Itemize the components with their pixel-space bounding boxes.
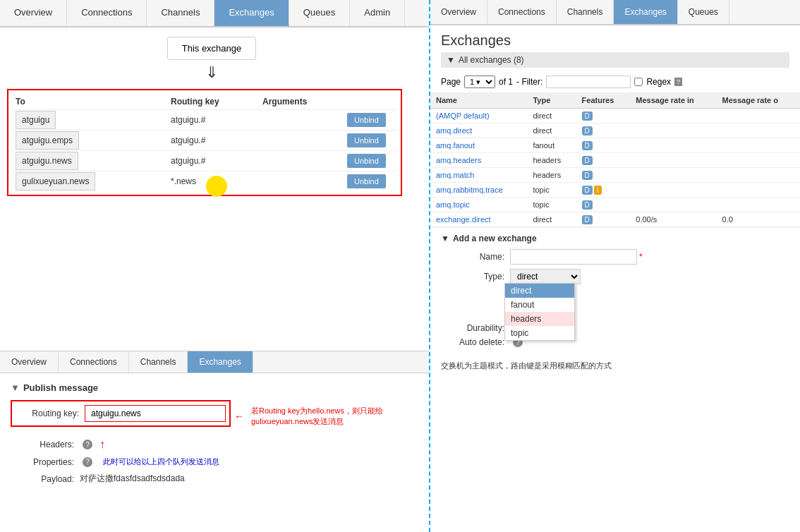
all-exchanges-bar[interactable]: ▼ All exchanges (8) [441,52,789,68]
pagination-help-icon[interactable]: ? [674,78,682,86]
right-panel: Overview Connections Channels Exchanges … [429,0,800,532]
feature-badge: D [582,126,593,135]
regex-checkbox[interactable] [634,78,643,86]
routing-key-cell: atguigu.# [171,135,262,145]
exchange-type-cell: topic [527,198,576,212]
filter-input[interactable] [546,75,631,88]
pagination-page-label: Page [441,77,461,87]
properties-row: Properties: ? 此时可以给以上四个队列发送消息 [11,457,423,467]
table-row: amq.rabbitmq.tracetopicDI [430,183,800,198]
dropdown-item-topic[interactable]: topic [505,326,574,340]
table-row: amq.topictopicD [430,198,800,212]
feature-badge: D [582,215,593,224]
feature-badge: D [582,171,593,180]
unbind-button[interactable]: Unbind [347,113,386,127]
nav-admin[interactable]: Admin [350,0,405,26]
table-row: amq.fanoutfanoutD [430,138,800,153]
right-nav-channels[interactable]: Channels [557,0,614,24]
add-autodelete-label: Auto delete: [441,337,504,347]
add-exchange-collapse-icon: ▼ [441,234,449,243]
rate-out-cell [717,198,800,212]
col-name-header: Name [430,92,527,109]
col-type-header: Type [527,92,576,109]
rate-in-cell [630,109,716,123]
rate-in-cell [630,153,716,168]
add-durability-label: Durability: [441,323,504,333]
nav-connections[interactable]: Connections [67,0,147,26]
add-form-durability-row: Durability: [441,323,789,333]
bottom-nav-channels[interactable]: Channels [129,351,188,373]
dropdown-item-headers[interactable]: headers [505,312,574,326]
exchange-name-cell: amq.topic [430,198,527,212]
table-row: amq.headersheadersD [430,153,800,168]
queue-label: atguigu [16,111,56,129]
right-nav-queues[interactable]: Queues [678,0,729,24]
right-nav-overview[interactable]: Overview [430,0,487,24]
exchanges-main-title: Exchanges [441,32,789,49]
this-exchange-box: This exchange [7,37,416,60]
routing-key-label: Routing key: [16,409,79,418]
pagination-filter-label: - Filter: [516,77,543,87]
type-dropdown[interactable]: direct fanout headers topic [504,283,575,341]
unbind-button[interactable]: Unbind [347,133,386,147]
publish-title: ▼ Publish message [11,382,423,393]
this-exchange-button[interactable]: This exchange [167,37,257,60]
bottom-nav-overview[interactable]: Overview [0,351,59,373]
right-nav-connections[interactable]: Connections [487,0,557,24]
feature-badge: D [582,111,593,121]
bottom-nav-connections[interactable]: Connections [59,351,129,373]
exchange-features-cell: D [576,109,631,123]
arrow-down-icon: ⇓ [7,64,416,82]
feature-badge: D [582,200,593,210]
page-select[interactable]: 1 ▾ [464,75,495,88]
rate-out-cell [717,153,800,168]
bindings-table-wrap: To Routing key Arguments atguigu atguigu… [7,89,402,196]
rate-in-cell: 0.00/s [630,212,716,227]
add-form-autodelete-row: Auto delete: ? [441,337,789,347]
unbind-button[interactable]: Unbind [347,154,386,168]
headers-row: Headers: ? ↑ [11,438,423,451]
bottom-right-annotation: 交换机为主题模式，路由键是采用模糊匹配的方式 [430,357,800,375]
routing-key-input[interactable] [85,405,226,422]
pagination-area: Page 1 ▾ of 1 - Filter: Regex ? [430,71,800,92]
payload-value: 对萨达撒fdasfdsadfsdsdada [80,473,185,485]
properties-help-icon[interactable]: ? [83,457,92,467]
rate-out-cell [717,168,800,183]
add-name-input[interactable] [510,249,637,265]
exchange-type-cell: topic [527,183,576,198]
annotation-text-1: 若Routing key为hello.news，则只能给gulixueyuan.… [251,406,423,427]
exchange-features-cell: D [576,138,631,153]
table-row: atguigu.news atguigu.# Unbind [12,150,397,171]
table-row: amq.matchheadersD [430,168,800,183]
collapse-icon: ▼ [447,55,455,65]
exchange-type-cell: direct [527,212,576,227]
dropdown-item-fanout[interactable]: fanout [505,298,574,312]
dropdown-item-direct[interactable]: direct [505,284,574,298]
add-exchange-title[interactable]: ▼ Add a new exchange [441,234,789,243]
bindings-header: To Routing key Arguments [12,94,397,109]
routing-key-cell: atguigu.# [171,115,262,125]
headers-help-icon[interactable]: ? [83,440,92,449]
right-top-navigation: Overview Connections Channels Exchanges … [430,0,800,25]
exchange-features-cell: D [576,153,631,168]
exchange-name-cell: amq.headers [430,153,527,168]
rate-out-cell [717,138,800,153]
exchange-features-cell: DI [576,183,631,198]
nav-channels[interactable]: Channels [147,0,214,26]
table-row: amq.directdirectD [430,123,800,138]
add-name-label: Name: [441,252,504,262]
nav-exchanges[interactable]: Exchanges [214,0,289,26]
annotation-text-2: 此时可以给以上四个队列发送消息 [103,457,219,467]
col-action [347,97,404,107]
payload-row: Payload: 对萨达撒fdasfdsadfsdsdada [11,473,423,485]
nav-overview[interactable]: Overview [0,0,67,26]
type-select[interactable]: direct [510,269,581,284]
col-to: To [16,97,171,107]
nav-queues[interactable]: Queues [289,0,351,26]
rate-out-cell [717,123,800,138]
bottom-nav-exchanges[interactable]: Exchanges [188,351,253,373]
right-nav-exchanges[interactable]: Exchanges [614,0,677,24]
rate-in-cell [630,183,716,198]
unbind-button[interactable]: Unbind [347,174,386,188]
collapse-triangle-icon: ▼ [11,382,20,393]
